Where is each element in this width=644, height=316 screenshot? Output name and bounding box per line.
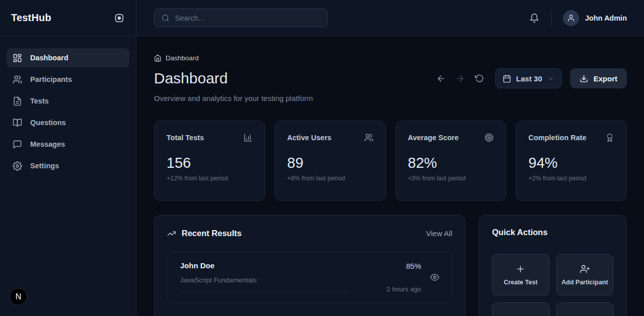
page-subtitle: Overview and analytics for your testing … — [154, 94, 627, 102]
result-test-name: JavaScript Fundamentals — [180, 276, 377, 284]
stat-value: 82% — [408, 155, 494, 171]
plus-icon — [516, 264, 525, 274]
user-icon — [567, 14, 575, 22]
users-icon — [364, 133, 373, 142]
trending-up-icon — [167, 229, 176, 238]
sidebar-item-questions[interactable]: Questions — [7, 113, 129, 132]
notifications-button[interactable] — [529, 13, 539, 23]
quick-actions-title: Quick Actions — [492, 228, 613, 237]
search-icon — [162, 14, 170, 22]
user-plus-icon — [580, 264, 590, 274]
date-range-select[interactable]: Last 30 — [495, 68, 562, 88]
book-open-icon — [13, 118, 22, 128]
stat-delta: +8% from last period — [287, 175, 373, 182]
stat-delta: +3% from last period — [408, 175, 494, 182]
breadcrumb[interactable]: Dashboard — [154, 54, 627, 62]
award-icon — [605, 133, 614, 142]
sidebar-item-label: Questions — [30, 119, 66, 127]
sidebar-item-label: Dashboard — [30, 54, 68, 62]
page-title: Dashboard — [154, 70, 228, 87]
nav-back-button[interactable] — [434, 71, 449, 86]
stat-delta: +2% from last period — [528, 175, 614, 182]
stat-card-completion-rate: Completion Rate 94% +2% from last period — [516, 121, 627, 201]
refresh-icon — [475, 74, 484, 83]
dev-badge[interactable]: N — [10, 288, 27, 305]
bell-icon — [529, 13, 539, 23]
sidebar-item-settings[interactable]: Settings — [7, 156, 129, 175]
gear-icon — [13, 161, 22, 171]
sidebar: TestHub Dashboard Participants Tests — [0, 0, 136, 316]
stat-card-average-score: Average Score 82% +3% from last period — [395, 121, 507, 201]
quick-action-label: Add Participant — [561, 279, 608, 286]
export-button[interactable]: Export — [570, 68, 627, 88]
sidebar-nav: Dashboard Participants Tests Questions M… — [0, 36, 136, 187]
user-name: John Admin — [585, 14, 627, 22]
result-participant-name: John Doe — [180, 261, 377, 270]
main-content: Dashboard Dashboard — [136, 36, 644, 316]
nav-forward-button[interactable] — [453, 71, 468, 86]
stat-value: 94% — [528, 155, 614, 171]
add-participant-button[interactable]: Add Participant — [556, 254, 614, 295]
panel-toggle-icon — [114, 13, 125, 24]
sidebar-item-label: Settings — [30, 162, 59, 170]
search-input[interactable] — [175, 14, 320, 22]
result-list-item[interactable]: John Doe JavaScript Fundamentals 85% 2 h… — [167, 252, 452, 303]
view-all-link[interactable]: View All — [426, 229, 452, 238]
quick-action-file-button[interactable] — [492, 302, 549, 316]
home-icon — [154, 54, 162, 62]
view-result-button[interactable] — [430, 273, 439, 282]
result-progress-bar — [180, 291, 350, 293]
sidebar-item-label: Messages — [30, 140, 65, 148]
stat-card-active-users: Active Users 89 +8% from last period — [275, 121, 386, 201]
eye-icon — [430, 273, 439, 282]
recent-results-panel: Recent Results View All John Doe JavaScr… — [154, 215, 465, 316]
users-icon — [13, 75, 22, 84]
stat-value: 156 — [167, 155, 253, 171]
stat-label: Active Users — [287, 134, 332, 142]
stat-label: Completion Rate — [528, 134, 586, 142]
download-icon — [580, 74, 588, 83]
stat-delta: +12% from last period — [167, 175, 253, 182]
calendar-icon — [503, 74, 511, 83]
result-time: 2 hours ago — [386, 285, 421, 293]
sidebar-item-tests[interactable]: Tests — [7, 91, 129, 111]
create-test-button[interactable]: Create Test — [492, 254, 549, 295]
export-label: Export — [593, 74, 617, 83]
target-icon — [485, 133, 494, 142]
topbar-divider — [551, 11, 551, 26]
sidebar-header: TestHub — [0, 0, 136, 36]
quick-action-label: Create Test — [504, 279, 537, 286]
arrow-right-icon — [455, 74, 465, 83]
sidebar-item-label: Participants — [30, 75, 72, 83]
breadcrumb-label: Dashboard — [166, 54, 199, 62]
stat-label: Average Score — [408, 134, 459, 142]
sidebar-item-participants[interactable]: Participants — [7, 70, 129, 89]
date-range-label: Last 30 — [516, 74, 542, 83]
search-box[interactable] — [154, 9, 328, 27]
topbar: John Admin — [136, 0, 644, 36]
stat-label: Total Tests — [167, 134, 204, 142]
sidebar-item-messages[interactable]: Messages — [7, 135, 129, 154]
sidebar-item-label: Tests — [30, 97, 49, 105]
bar-chart-icon — [244, 133, 253, 142]
recent-results-title: Recent Results — [182, 229, 242, 238]
header-controls: Last 30 Export — [434, 68, 627, 88]
stats-row: Total Tests 156 +12% from last period Ac… — [154, 121, 627, 201]
result-score: 85% — [406, 262, 421, 270]
refresh-button[interactable] — [472, 71, 487, 86]
chevron-down-icon — [547, 75, 554, 82]
message-square-icon — [13, 140, 22, 149]
sidebar-toggle-button[interactable] — [114, 13, 125, 24]
quick-actions-panel: Quick Actions Create Test Add Participan… — [478, 215, 627, 316]
stat-value: 89 — [287, 155, 373, 171]
arrow-left-icon — [436, 74, 446, 83]
layout-grid-icon — [13, 53, 22, 63]
avatar[interactable] — [563, 10, 579, 26]
app-logo: TestHub — [11, 12, 51, 24]
sidebar-item-dashboard[interactable]: Dashboard — [7, 48, 129, 67]
stat-card-total-tests: Total Tests 156 +12% from last period — [154, 121, 265, 201]
file-text-icon — [13, 96, 22, 106]
quick-action-upload-button[interactable] — [556, 302, 614, 316]
